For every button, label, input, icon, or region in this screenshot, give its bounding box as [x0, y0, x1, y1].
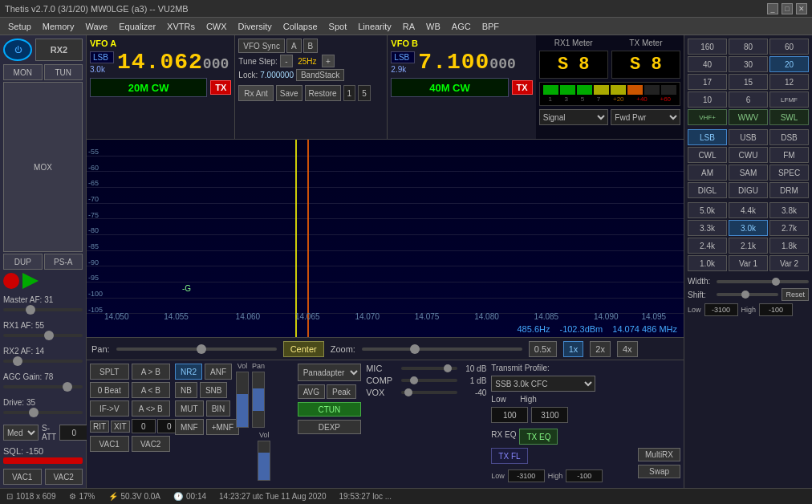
low-range-spin[interactable]	[508, 469, 545, 482]
zoom-slider[interactable]	[362, 348, 522, 351]
bandstack-btn[interactable]: BandStack	[296, 69, 344, 81]
vfo-b-freq[interactable]: 7.100 000	[418, 50, 515, 75]
agc-gain-slider[interactable]	[3, 385, 83, 388]
mode-sam[interactable]: SAM	[729, 165, 768, 181]
band-30[interactable]: 30	[729, 56, 768, 72]
dexp-btn[interactable]: DEXP	[298, 420, 362, 434]
menu-collapse[interactable]: Collapse	[278, 21, 323, 32]
bin-btn[interactable]: BIN	[206, 400, 231, 417]
zoom-2-btn[interactable]: 2x	[590, 341, 611, 357]
drive-thumb[interactable]	[29, 408, 39, 417]
mode-lsb[interactable]: LSB	[688, 129, 727, 145]
vol-slider[interactable]	[236, 372, 249, 428]
menu-bpf[interactable]: BPF	[477, 21, 504, 32]
center-button[interactable]: Center	[283, 341, 324, 357]
vac2-button[interactable]: VAC2	[45, 469, 83, 485]
menu-setup[interactable]: Setup	[3, 21, 36, 32]
mic-slider[interactable]	[401, 367, 457, 370]
stack-5-btn[interactable]: 5	[358, 85, 371, 101]
filter-10k[interactable]: 1.0k	[688, 255, 727, 271]
vfo-a-mode[interactable]: LSB	[90, 51, 114, 63]
if-v-btn[interactable]: IF->V	[90, 400, 129, 417]
master-af-slider[interactable]	[3, 308, 83, 311]
band-15[interactable]: 15	[729, 74, 768, 90]
menu-equalizer[interactable]: Equalizer	[114, 21, 160, 32]
pan-thumb[interactable]	[197, 344, 206, 354]
xlt-btn[interactable]: XIT	[111, 421, 130, 433]
mnf-btn[interactable]: MNF	[175, 419, 204, 435]
sql-slider[interactable]	[3, 457, 83, 464]
high-spin[interactable]	[531, 407, 568, 423]
rx-ant-btn[interactable]: Rx Ant	[238, 85, 273, 101]
comp-slider[interactable]	[401, 379, 457, 382]
menu-memory[interactable]: Memory	[38, 21, 79, 32]
band-40[interactable]: 40	[688, 56, 727, 72]
band-12[interactable]: 12	[769, 74, 809, 90]
multirx-btn[interactable]: MultiRX	[638, 448, 680, 461]
shift-thumb[interactable]	[741, 291, 749, 299]
reset-btn[interactable]: Reset	[782, 288, 809, 301]
menu-diversity[interactable]: Diversity	[233, 21, 277, 32]
filter-var1[interactable]: Var 1	[729, 255, 768, 271]
mon-button[interactable]: MON	[3, 64, 43, 80]
vac1-button[interactable]: VAC1	[3, 469, 42, 485]
vac1-bottom-btn[interactable]: VAC1	[90, 436, 129, 452]
mode-cwl[interactable]: CWL	[688, 147, 727, 163]
vfo-a-freq[interactable]: 14.062 000	[117, 50, 229, 75]
menu-spot[interactable]: Spot	[324, 21, 352, 32]
mode-fm[interactable]: FM	[769, 147, 809, 163]
zero-beat-btn[interactable]: 0 Beat	[90, 382, 129, 398]
menu-xvtrs[interactable]: XVTRs	[162, 21, 200, 32]
filter-var2[interactable]: Var 2	[769, 255, 809, 271]
close-btn[interactable]: ✕	[796, 3, 807, 14]
play-button[interactable]	[22, 273, 39, 289]
shift-slider[interactable]	[717, 293, 778, 296]
a-from-b-btn[interactable]: A < B	[132, 382, 171, 398]
filter-21k[interactable]: 2.1k	[729, 238, 768, 254]
zoom-thumb[interactable]	[410, 344, 420, 354]
band-60[interactable]: 60	[769, 39, 809, 55]
spectrum-area[interactable]: -55 -60 -65 -70 -75 -80 -85 -90 -95 -100…	[87, 140, 684, 337]
master-af-thumb[interactable]	[26, 305, 35, 315]
mut-btn[interactable]: MUT	[175, 400, 204, 417]
mode-dsb[interactable]: DSB	[769, 129, 809, 145]
high-rp-spin[interactable]	[759, 303, 793, 316]
drive-slider[interactable]	[3, 411, 83, 414]
filter-30k[interactable]: 3.0k	[729, 220, 768, 236]
rit-value[interactable]	[132, 419, 156, 433]
maximize-btn[interactable]: □	[782, 3, 793, 14]
filter-38k[interactable]: 3.8k	[769, 202, 809, 218]
filter-18k[interactable]: 1.8k	[769, 238, 809, 254]
filter-44k[interactable]: 4.4k	[729, 202, 768, 218]
zoom-1-btn[interactable]: 1x	[563, 341, 584, 357]
record-button[interactable]	[3, 273, 19, 289]
swap-btn[interactable]: Swap	[638, 465, 680, 478]
width-slider[interactable]	[717, 280, 809, 283]
pan-slider[interactable]	[252, 372, 265, 428]
band-80[interactable]: 80	[729, 39, 768, 55]
tx-fl-btn[interactable]: TX FL	[491, 448, 527, 464]
zoom-05-btn[interactable]: 0.5x	[529, 341, 557, 357]
filter-24k[interactable]: 2.4k	[688, 238, 727, 254]
filter-33k[interactable]: 3.3k	[688, 220, 727, 236]
mode-digl[interactable]: DIGL	[688, 182, 727, 198]
tune-minus-btn[interactable]: -	[280, 55, 293, 67]
rit-btn[interactable]: RIT	[90, 421, 109, 433]
panadapter-select[interactable]: Panadapter Waterfall Panafall	[298, 364, 362, 381]
vox-slider[interactable]	[401, 391, 457, 394]
vfo-a-sync-btn[interactable]: A	[286, 39, 302, 53]
low-rp-spin[interactable]	[704, 303, 738, 316]
mode-digu[interactable]: DIGU	[729, 182, 768, 198]
dup-button[interactable]: DUP	[3, 254, 43, 270]
band-6[interactable]: 6	[729, 91, 768, 108]
ctun-btn[interactable]: CTUN	[298, 402, 362, 417]
satt-input[interactable]	[59, 425, 88, 441]
splt-btn[interactable]: SPLT	[90, 364, 129, 380]
band-160[interactable]: 160	[688, 39, 727, 55]
mode-cwu[interactable]: CWU	[729, 147, 768, 163]
high-range-spin[interactable]	[566, 469, 603, 482]
tune-plus-btn[interactable]: +	[322, 55, 335, 67]
zoom-4-btn[interactable]: 4x	[617, 341, 638, 357]
stack-1-btn[interactable]: 1	[343, 85, 356, 101]
rx1-af-slider[interactable]	[3, 334, 83, 337]
